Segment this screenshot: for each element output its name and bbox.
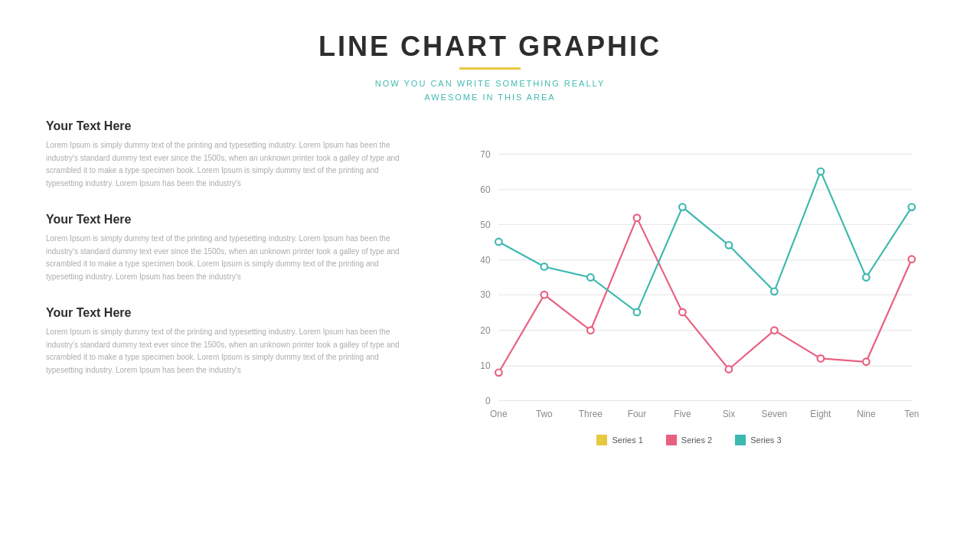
right-panel: 0 10 20 30 40 50 60 70 One Two Three Fou… [444, 119, 934, 445]
svg-point-43 [818, 168, 825, 175]
svg-point-39 [634, 309, 641, 316]
svg-text:0: 0 [485, 396, 491, 406]
legend-color-series2 [666, 435, 677, 445]
chart-legend: Series 1 Series 2 Series 3 [444, 435, 934, 445]
svg-text:Seven: Seven [762, 409, 788, 419]
legend-color-series1 [596, 435, 607, 445]
svg-text:One: One [490, 409, 508, 419]
svg-point-36 [495, 239, 502, 246]
text-block-2-heading: Your Text Here [46, 213, 413, 227]
svg-text:Five: Five [674, 409, 691, 419]
title-underline [459, 67, 521, 70]
svg-text:30: 30 [480, 290, 491, 301]
legend-label-series1: Series 1 [612, 435, 642, 445]
legend-item-series2: Series 2 [666, 435, 712, 445]
text-block-3-body: Lorem Ipsum is simply dummy text of the … [46, 326, 413, 377]
left-panel: Your Text Here Lorem Ipsum is simply dum… [46, 119, 413, 445]
legend-label-series2: Series 2 [681, 435, 712, 445]
svg-point-42 [771, 289, 778, 295]
svg-text:10: 10 [480, 361, 491, 372]
page-title: LINE CHART GRAPHIC [46, 31, 934, 63]
legend-color-series3 [735, 435, 746, 445]
svg-text:60: 60 [480, 184, 491, 195]
svg-point-31 [726, 366, 733, 373]
svg-point-29 [634, 215, 641, 222]
svg-text:Nine: Nine [857, 409, 876, 419]
svg-point-33 [818, 355, 825, 362]
subtitle-line1: NOW YOU CAN WRITE SOMETHING REALLY [375, 79, 605, 88]
svg-point-27 [541, 292, 547, 298]
svg-point-44 [863, 274, 870, 281]
svg-text:70: 70 [480, 149, 491, 160]
legend-item-series3: Series 3 [735, 435, 781, 445]
content-area: Your Text Here Lorem Ipsum is simply dum… [46, 119, 934, 445]
svg-point-32 [771, 328, 778, 334]
svg-point-34 [863, 359, 870, 366]
svg-point-41 [726, 242, 733, 249]
text-block-1-body: Lorem Ipsum is simply dummy text of the … [46, 139, 413, 190]
svg-point-30 [679, 309, 686, 316]
svg-text:Eight: Eight [810, 409, 831, 419]
text-block-2: Your Text Here Lorem Ipsum is simply dum… [46, 213, 413, 283]
chart-container: 0 10 20 30 40 50 60 70 One Two Three Fou… [444, 119, 934, 425]
legend-label-series3: Series 3 [750, 435, 781, 445]
svg-point-26 [495, 370, 502, 377]
text-block-3: Your Text Here Lorem Ipsum is simply dum… [46, 306, 413, 377]
svg-text:Ten: Ten [904, 409, 919, 419]
svg-point-38 [587, 274, 594, 281]
svg-point-28 [587, 328, 594, 334]
svg-text:Two: Two [536, 409, 553, 419]
page: LINE CHART GRAPHIC NOW YOU CAN WRITE SOM… [0, 0, 980, 551]
svg-point-40 [679, 204, 686, 210]
text-block-3-heading: Your Text Here [46, 306, 413, 320]
svg-text:40: 40 [480, 255, 491, 266]
text-block-2-body: Lorem Ipsum is simply dummy text of the … [46, 233, 413, 283]
legend-item-series1: Series 1 [596, 435, 642, 445]
svg-text:Three: Three [579, 409, 603, 419]
svg-point-45 [908, 204, 915, 210]
svg-text:50: 50 [480, 220, 491, 230]
svg-point-35 [908, 256, 915, 263]
text-block-1-heading: Your Text Here [46, 119, 413, 133]
svg-text:20: 20 [480, 325, 491, 336]
text-block-1: Your Text Here Lorem Ipsum is simply dum… [46, 119, 413, 190]
chart-svg: 0 10 20 30 40 50 60 70 One Two Three Fou… [444, 119, 934, 425]
subtitle: NOW YOU CAN WRITE SOMETHING REALLY AWESO… [46, 77, 934, 104]
svg-point-37 [541, 263, 547, 270]
header: LINE CHART GRAPHIC NOW YOU CAN WRITE SOM… [46, 31, 934, 104]
subtitle-line2: AWESOME IN THIS AREA [424, 93, 555, 102]
svg-text:Four: Four [628, 409, 646, 419]
svg-text:Six: Six [723, 409, 736, 419]
